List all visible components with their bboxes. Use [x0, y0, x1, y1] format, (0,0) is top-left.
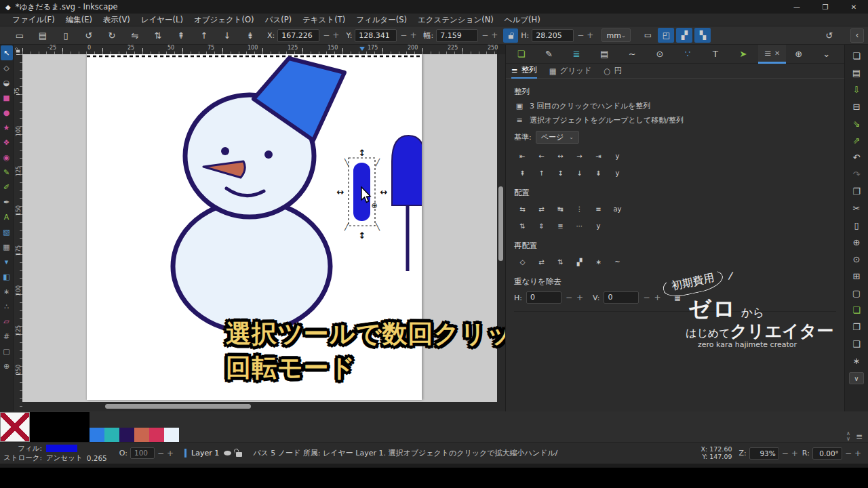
tool-star[interactable]: ★ [1, 120, 13, 135]
lower-button[interactable]: ↓ [217, 28, 237, 43]
align-center-v-button[interactable]: ↕ [552, 166, 569, 180]
undo-button[interactable]: ↶ [848, 149, 865, 166]
tool-spiral[interactable]: ◉ [1, 150, 13, 165]
new-document-button[interactable]: ❏ [848, 47, 865, 64]
toolbar-collapse-button[interactable]: ‹ [850, 28, 864, 43]
zoom-drawing-button[interactable]: ⊙ [848, 251, 865, 268]
dialog-tab-align[interactable]: ≡ ✕ [758, 45, 786, 64]
scale-stroke-toggle[interactable]: ▭ [639, 28, 656, 43]
dialog-tab-symbols[interactable]: ∵ [675, 45, 703, 64]
align-right-edge-button[interactable]: ⇥ [590, 149, 607, 163]
align-left-edge-button[interactable]: ⇤ [514, 149, 531, 163]
rotate-90-ccw-button[interactable]: ↺ [79, 28, 99, 43]
menu-path[interactable]: パス(P) [260, 15, 297, 25]
paste-button[interactable]: ▯ [848, 217, 865, 234]
vertical-scrollbar-handle[interactable] [498, 186, 503, 261]
subtab-circle[interactable]: ○ 円 [604, 64, 623, 79]
clone-button[interactable]: ❐ [848, 319, 865, 336]
menu-object[interactable]: オブジェクト(O) [189, 15, 260, 25]
swatch-indigo[interactable] [119, 428, 134, 442]
overlap-h-field[interactable]: 0 [526, 291, 561, 304]
relative-to-dropdown[interactable]: ページ ⌄ [536, 131, 579, 144]
cut-button[interactable]: ✂ [848, 200, 865, 217]
rearrange-exchange-clockwise-button[interactable]: ▞ [571, 255, 588, 268]
dialog-tab-transform[interactable]: ➤ [730, 45, 758, 64]
redo-button[interactable]: ↷ [848, 166, 865, 183]
vertical-scrollbar[interactable] [497, 54, 505, 411]
tool-ellipse[interactable]: ● [1, 105, 13, 120]
rotate-90-cw-button[interactable]: ↻ [102, 28, 122, 43]
tool-zoom[interactable]: ⊕ [1, 359, 13, 373]
align-center-h-button[interactable]: ↔ [552, 149, 569, 163]
menu-edit[interactable]: 編集(E) [60, 15, 98, 25]
palette-scroll-buttons[interactable]: ∧∨ [846, 431, 850, 442]
dialog-tab-text[interactable]: T [703, 45, 730, 64]
swatch-aliceblue[interactable] [164, 428, 179, 442]
distribute-equal-v-button[interactable]: ⋯ [571, 219, 588, 232]
width-field[interactable]: 7.159 [436, 29, 478, 42]
tool-rectangle[interactable]: ■ [1, 90, 13, 105]
scale-corners-toggle[interactable]: ◰ [658, 28, 674, 43]
x-field[interactable]: 167.226 [277, 29, 319, 42]
dialog-tab-paths[interactable]: ~ [620, 45, 648, 64]
align-left-button[interactable]: ← [533, 149, 550, 163]
rearrange-exchange-stacking-button[interactable]: ⇅ [552, 255, 569, 268]
align-bottom-button[interactable]: ↓ [571, 166, 588, 180]
current-layer-label[interactable]: Layer 1 [191, 449, 219, 458]
move-gradients-toggle[interactable]: ▞ [676, 28, 692, 43]
align-bottom-edge-button[interactable]: ⇟ [590, 166, 607, 180]
lower-to-bottom-button[interactable]: ⇟ [240, 28, 260, 43]
menu-view[interactable]: 表示(V) [98, 15, 136, 25]
stroke-width-value[interactable]: 0.265 [87, 454, 107, 462]
close-button[interactable]: ✕ [840, 0, 868, 14]
unit-dropdown[interactable]: mm⌄ [601, 28, 631, 42]
distribute-right-button[interactable]: ⋮ [571, 202, 588, 216]
dialog-tab-xml[interactable]: ▤ [592, 45, 620, 64]
option-move-as-group[interactable]: ≡ 選択オブジェクトをグループとして移動/整列 [514, 115, 836, 125]
minimize-button[interactable]: — [783, 0, 811, 14]
subtab-align[interactable]: ≡ 整列 [511, 64, 537, 79]
tool-3dbox[interactable]: ❖ [1, 135, 13, 150]
align-right-button[interactable]: → [571, 149, 588, 163]
tool-node[interactable]: ◇ [1, 60, 13, 75]
rearrange-unclump-button[interactable]: ~ [609, 255, 626, 268]
opacity-field[interactable]: 100 [130, 447, 155, 459]
raise-button[interactable]: ↑ [194, 28, 214, 43]
tool-text[interactable]: A [1, 209, 13, 224]
subtab-grid[interactable]: ▦ グリッド [549, 64, 592, 79]
menu-filters[interactable]: フィルター(S) [351, 15, 412, 25]
tool-selector[interactable]: ↖ [1, 45, 13, 60]
menu-text[interactable]: テキスト(T) [297, 15, 351, 25]
dialog-tab-document[interactable]: ❏ [509, 45, 536, 64]
duplicate-button[interactable]: ❏ [848, 302, 865, 319]
copy-button[interactable]: ❐ [848, 183, 865, 200]
zoom-field[interactable]: 93% [749, 447, 779, 460]
distribute-gaps-h-button[interactable]: ↹ [552, 202, 569, 216]
swatch-teal[interactable] [104, 428, 119, 442]
overlap-v-field[interactable]: 0 [604, 291, 639, 304]
option-align-handles[interactable]: ▣ 3 回目のクリックでハンドルを整列 [514, 101, 836, 111]
distribute-left-button[interactable]: ⇆ [514, 202, 531, 216]
zoom-page-button[interactable]: ⊞ [848, 268, 865, 285]
reset-rotation-button[interactable]: ↺ [819, 28, 840, 43]
menu-file[interactable]: ファイル(F) [7, 15, 60, 25]
stroke-value[interactable]: アンセット [46, 453, 83, 463]
dialog-tab-zoom[interactable]: ⊕ [786, 45, 814, 64]
tool-paint-bucket[interactable]: ◧ [1, 269, 13, 284]
distribute-equal-h-button[interactable]: ≡ [590, 202, 607, 216]
swatch-blue[interactable] [90, 428, 104, 442]
lock-ratio-button[interactable] [503, 28, 518, 43]
dialog-tab-layers[interactable]: ≣ [564, 45, 592, 64]
distribute-text-v-button[interactable]: y [590, 219, 607, 232]
tool-dropper[interactable]: ▾ [1, 254, 13, 269]
open-document-button[interactable]: ▤ [848, 64, 865, 81]
align-text-h-button[interactable]: y [609, 149, 626, 163]
deselect-button[interactable]: ▯ [56, 28, 76, 43]
import-button[interactable]: ⇘ [848, 115, 865, 132]
maximize-button[interactable]: ❐ [811, 0, 840, 14]
rotation-field[interactable]: 0.00° [812, 447, 842, 460]
raise-to-top-button[interactable]: ⇞ [171, 28, 191, 43]
fill-color-indicator[interactable] [46, 445, 77, 452]
page-border-button[interactable]: ▢ [848, 285, 865, 302]
dialog-tab-overflow[interactable]: ⌄ [814, 45, 842, 64]
